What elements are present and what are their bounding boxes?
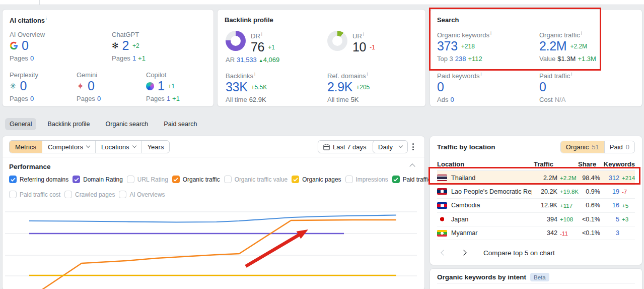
paid-toggle[interactable]: Paid0 [604,141,634,153]
metric-checkbox-crawled-pages[interactable]: Crawled pages [64,191,115,198]
engine-pages[interactable]: 1 [167,95,170,102]
traffic-value: 12.9K [532,202,557,209]
info-icon[interactable]: i [254,72,255,77]
info-icon[interactable]: i [46,16,47,21]
competitors-segment[interactable]: Competitors [42,141,95,153]
traffic-change: +108 [560,216,582,222]
traffic-change: +19.8K [560,188,582,195]
tab-general[interactable]: General [5,118,36,130]
engine-pages[interactable]: 1 [132,54,136,62]
next-page-button[interactable] [457,246,470,259]
chevron-down-icon [132,144,136,148]
flag-myanmar-icon [437,230,447,237]
engine-pages[interactable]: 0 [30,95,34,102]
keywords-value[interactable]: 16 [604,202,619,209]
engine-value[interactable]: 0 [20,79,27,93]
location-row-myanmar[interactable]: Myanmar342-11<0.1%3 [437,226,635,240]
unchecked-checkbox-icon[interactable] [119,191,126,198]
ref-domains-value[interactable]: 2.9K [327,80,352,94]
ar-value[interactable]: 31,533 [237,56,257,64]
date-range-button[interactable]: Last 7 days [318,140,382,153]
locations-pagination: Compare top 5 on chart [437,245,555,260]
metric-checkbox-paid-traffic-cost[interactable]: Paid traffic cost [9,191,60,198]
flag-cambodia-icon [437,202,447,209]
organic-paid-toggle: Organic51 Paid0 [560,141,635,153]
info-icon[interactable]: i [481,72,482,77]
backlink-profile-title: Backlink profile [225,16,273,24]
keywords-value[interactable]: 5 [604,216,619,223]
engine-value[interactable]: 1 [158,79,165,93]
locations-segment[interactable]: Locations [95,141,141,153]
ref-domains-change: +205 [356,84,370,91]
engine-value[interactable]: 0 [88,79,95,93]
metric-checkbox-referring-domains[interactable]: Referring domains [9,176,68,183]
divider [3,157,424,157]
engine-value[interactable]: 0 [22,38,29,53]
perplexity-icon: ✳ [10,82,16,90]
location-row-japan[interactable]: Japan394+108<0.1%5+3 [437,213,635,226]
engine-pages-change: +1 [138,54,146,62]
unchecked-checkbox-icon[interactable] [64,191,72,198]
traffic-value: 394 [532,216,557,223]
metric-checkbox-organic-traffic[interactable]: Organic traffic [172,176,220,183]
engine-pages[interactable]: 0 [97,95,101,102]
location-row-laos[interactable]: Lao People's Democratic Reput20.2K+19.8K… [437,185,635,199]
flag-laos-icon [437,188,447,195]
unchecked-checkbox-icon[interactable] [127,176,134,183]
organic-toggle[interactable]: Organic51 [561,141,604,153]
engine-stat-perplexity: Perplexity✳0Pages0 [10,71,80,102]
metric-checkbox-impressions[interactable]: Impressions [345,176,388,183]
prev-page-button[interactable] [437,246,450,259]
engine-label: ChatGPT [112,31,182,38]
metrics-segment[interactable]: Metrics [10,141,42,153]
tab-organic-search[interactable]: Organic search [101,118,153,130]
collapse-chevron-icon[interactable] [409,163,415,169]
gemini-icon: ✦ [77,82,84,90]
ai-citations-card: AI citationsi AI Overview0Pages0ChatGPT✻… [3,10,213,106]
ads-value[interactable]: 0 [450,96,454,103]
engine-pages[interactable]: 0 [30,54,34,62]
info-icon[interactable]: i [363,32,364,37]
metric-checkbox-organic-pages[interactable]: Organic pages [292,176,341,183]
checked-checkbox-icon[interactable] [172,176,180,183]
domain-rating-donut [226,31,246,51]
info-icon[interactable]: i [571,72,572,77]
unchecked-checkbox-icon[interactable] [224,176,232,183]
metric-checkbox-ai-overviews[interactable]: AI Overviews [119,191,165,198]
checked-checkbox-icon[interactable] [73,176,80,183]
keywords-value[interactable]: 3 [604,229,619,237]
tab-paid-search[interactable]: Paid search [159,118,201,130]
unchecked-checkbox-icon[interactable] [9,191,17,198]
tab-backlink-profile[interactable]: Backlink profile [43,118,94,130]
engine-value[interactable]: 2 [122,38,129,53]
cost-value: N/A [555,96,566,103]
paid-keywords-value[interactable]: 0 [437,80,444,94]
info-icon[interactable]: i [261,32,262,37]
unchecked-checkbox-icon[interactable] [345,176,353,183]
url-rating-donut [327,31,347,51]
compare-top5-link[interactable]: Compare top 5 on chart [483,249,555,257]
granularity-button[interactable]: Daily [373,140,408,153]
keywords-change: -7 [622,188,635,195]
paid-traffic-value[interactable]: 0 [539,80,546,94]
checked-checkbox-icon[interactable] [392,176,400,183]
ar-change: 4,069 [263,56,280,64]
checked-checkbox-icon[interactable] [9,176,17,183]
keywords-value[interactable]: 19 [604,188,619,195]
paid-keywords-stat: Paid keywordsi 0 Ads0 [437,72,535,103]
metric-checkbox-paid-traffic[interactable]: Paid traffic [392,176,431,183]
location-row-cambodia[interactable]: Cambodia12.9K+1170.6%16+5 [437,199,635,212]
performance-title: Performance [9,163,51,170]
info-icon[interactable]: i [367,72,368,77]
more-options-button[interactable] [408,142,417,151]
years-segment[interactable]: Years [141,141,170,153]
ai-citations-title: AI citationsi [10,16,47,24]
metric-checkbox-domain-rating[interactable]: Domain Rating [73,176,123,183]
traffic-value: 342 [532,229,557,237]
metric-checkbox-url-rating[interactable]: URL Rating [127,176,168,183]
checked-checkbox-icon[interactable] [292,176,299,183]
engine-label: Gemini [77,71,147,79]
metric-checkbox-organic-traffic-value[interactable]: Organic traffic value [224,176,288,183]
backlinks-value[interactable]: 33K [226,80,248,94]
performance-chart[interactable] [3,202,424,289]
